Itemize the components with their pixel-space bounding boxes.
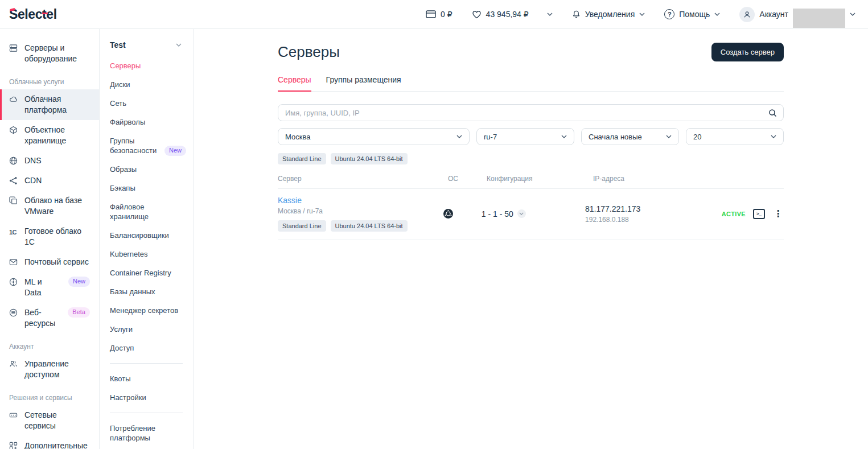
- sidebar-item-object-storage[interactable]: Объектное хранилище: [0, 120, 99, 151]
- chevron-down-icon: [639, 13, 645, 16]
- console-icon[interactable]: >_: [753, 209, 765, 219]
- sidebar-section-solutions: Решения и сервисы: [0, 385, 99, 405]
- per-page-select[interactable]: 20: [686, 128, 784, 145]
- user-avatar: [739, 7, 755, 22]
- project-nav-load-balancers[interactable]: Балансировщики: [100, 226, 193, 245]
- chevron-down-icon: [176, 43, 182, 47]
- divider: [110, 363, 183, 364]
- page-title: Серверы: [278, 43, 340, 61]
- sidebar-item-cloud-platform[interactable]: Облачная платформа: [0, 89, 99, 120]
- sidebar-item-label: Облачная платформа: [24, 94, 90, 116]
- main-content: Серверы Создать сервер Серверы Группы ра…: [194, 29, 868, 449]
- tab-placement-groups[interactable]: Группы размещения: [326, 75, 401, 91]
- project-nav-container-registry[interactable]: Container Registry: [100, 263, 193, 282]
- sidebar-section-account: Аккаунт: [0, 333, 99, 354]
- sort-select[interactable]: Сначала новые: [581, 128, 679, 145]
- sidebar-item-ml-data[interactable]: ML и Data New: [0, 272, 99, 303]
- chevron-down-icon: [850, 13, 855, 16]
- project-nav-images[interactable]: Образы: [100, 160, 193, 179]
- project-nav-network[interactable]: Сеть: [100, 94, 193, 113]
- network-switch-icon: [9, 411, 19, 419]
- table-row: Kassie Москва / ru-7a Standard Line Ubun…: [278, 189, 784, 240]
- project-nav-kubernetes[interactable]: Kubernetes: [100, 245, 193, 263]
- sidebar-item-servers-equipment[interactable]: Серверы и оборудование: [0, 38, 99, 69]
- sidebar-item-cdn[interactable]: CDN: [0, 171, 99, 191]
- copy-icon: [9, 196, 19, 205]
- servers-table: Сервер ОС Конфигурация IP-адреса Kassie …: [278, 175, 784, 240]
- sidebar-item-label: Серверы и оборудование: [24, 43, 90, 64]
- project-name: Test: [110, 40, 126, 50]
- project-nav-settings[interactable]: Настройки: [100, 388, 193, 407]
- sidebar-item-access-management[interactable]: Управление доступом: [0, 354, 99, 385]
- project-nav-file-storage[interactable]: Файловое хранилище: [100, 197, 193, 226]
- divider: [110, 413, 183, 413]
- project-nav-firewalls[interactable]: Файрволы: [100, 113, 193, 131]
- search-icon[interactable]: [768, 109, 777, 117]
- sidebar-item-additional[interactable]: Дополнительные: [0, 436, 99, 449]
- account-menu[interactable]: Аккаунт: [739, 5, 855, 24]
- selectel-logo[interactable]: Selectel: [9, 7, 57, 22]
- 1c-icon: 1С: [9, 227, 19, 238]
- sidebar-item-label: ML и Data: [24, 277, 58, 298]
- sidebar-item-web-resources[interactable]: Веб-ресурсы Beta: [0, 303, 99, 333]
- help-label: Помощь: [679, 10, 710, 19]
- sidebar-item-label: Дополнительные: [24, 440, 88, 449]
- project-nav-services[interactable]: Услуги: [100, 320, 193, 339]
- tab-bar: Серверы Группы размещения: [278, 75, 784, 92]
- project-nav-platform-usage[interactable]: Потребление платформы: [100, 419, 193, 447]
- sidebar-item-label: Почтовый сервис: [24, 257, 89, 267]
- help-menu[interactable]: ? Помощь: [664, 9, 720, 19]
- project-nav-databases[interactable]: Базы данных: [100, 282, 193, 301]
- sidebar-item-label: Готовое облако 1С: [24, 226, 90, 248]
- column-os: ОС: [448, 175, 487, 183]
- sidebar-item-dns[interactable]: DNS: [0, 151, 99, 171]
- server-public-ip: 81.177.221.173: [585, 204, 722, 213]
- column-config: Конфигурация: [487, 175, 593, 183]
- project-nav-servers[interactable]: Серверы: [100, 56, 193, 75]
- sidebar-item-label: Веб-ресурсы: [24, 307, 57, 329]
- status-badge: ACTIVE: [722, 211, 746, 217]
- ubuntu-os-icon: [443, 209, 481, 219]
- project-nav-quotas[interactable]: Квоты: [100, 369, 193, 388]
- config-expand-chevron[interactable]: [517, 209, 526, 218]
- filter-tag[interactable]: Ubuntu 24.04 LTS 64-bit: [331, 153, 408, 164]
- top-bar: Selectel 0 ₽ 43 945,94 ₽ Уведомления: [0, 0, 868, 29]
- project-nav-access[interactable]: Доступ: [100, 339, 193, 357]
- chevron-down-icon[interactable]: [547, 13, 553, 16]
- card-icon: [426, 10, 436, 18]
- users-icon: [9, 360, 19, 368]
- sidebar-item-network-services[interactable]: Сетевые сервисы: [0, 405, 99, 436]
- balance-widget[interactable]: 0 ₽: [426, 10, 452, 19]
- sidebar-item-mail-service[interactable]: Почтовый сервис: [0, 252, 99, 272]
- server-rack-icon: [9, 44, 19, 52]
- account-label: Аккаунт: [759, 10, 788, 19]
- active-filter-tags: Standard Line Ubuntu 24.04 LTS 64-bit: [278, 153, 784, 164]
- server-config: 1 - 1 - 50: [482, 209, 513, 219]
- sidebar-item-1c-cloud[interactable]: 1С Готовое облако 1С: [0, 221, 99, 252]
- account-name-redacted: [793, 9, 845, 28]
- search-input[interactable]: [278, 104, 784, 121]
- server-name-link[interactable]: Kassie: [278, 196, 443, 205]
- create-server-button[interactable]: Создать сервер: [711, 43, 784, 61]
- grid-plus-icon: [9, 442, 19, 449]
- project-nav-disks[interactable]: Диски: [100, 75, 193, 94]
- project-nav-secrets-manager[interactable]: Менеджер секретов: [100, 301, 193, 320]
- cloud-icon: [9, 95, 19, 104]
- pool-select[interactable]: ru-7: [476, 128, 574, 145]
- main-sidebar: Серверы и оборудование Облачные услуги О…: [0, 29, 100, 449]
- filter-tag[interactable]: Standard Line: [278, 153, 326, 164]
- tab-servers[interactable]: Серверы: [278, 75, 311, 92]
- kebab-menu-icon[interactable]: ⋮: [772, 209, 784, 219]
- layers-circle-icon: [9, 308, 19, 317]
- project-nav-security-groups[interactable]: Группы безопасности New: [100, 131, 193, 160]
- project-selector[interactable]: Test: [100, 40, 193, 50]
- server-private-ip: 192.168.0.188: [585, 216, 722, 224]
- sidebar-item-label: Облако на базе VMware: [24, 195, 90, 217]
- notifications-menu[interactable]: Уведомления: [572, 10, 645, 19]
- new-badge: New: [164, 146, 186, 156]
- bonus-widget[interactable]: 43 945,94 ₽: [472, 10, 553, 19]
- region-select[interactable]: Москва: [278, 128, 470, 145]
- question-icon: ?: [664, 9, 674, 19]
- project-nav-backups[interactable]: Бэкапы: [100, 179, 193, 197]
- sidebar-item-vmware-cloud[interactable]: Облако на базе VMware: [0, 191, 99, 221]
